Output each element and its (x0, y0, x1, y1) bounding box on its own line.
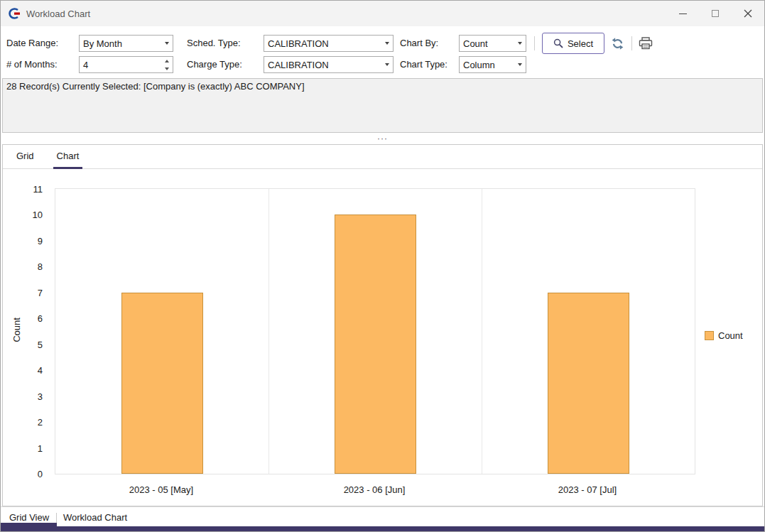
date-range-value: By Month (80, 38, 161, 49)
printer-icon (639, 37, 653, 50)
date-range-label: Date Range: (6, 38, 58, 49)
chart-bar[interactable] (121, 293, 203, 474)
num-months-input[interactable] (80, 57, 161, 72)
y-tick-label: 5 (3, 339, 43, 349)
y-tick-label: 3 (3, 391, 43, 401)
window-controls (666, 1, 764, 26)
select-button-label: Select (568, 38, 593, 49)
toolbar-separator (534, 36, 535, 50)
gridline-vertical (482, 189, 482, 474)
main-panel: Grid Chart Count 11109876543210 2023 - 0… (2, 144, 763, 506)
chevron-up-icon (165, 60, 169, 63)
y-tick-label: 1 (3, 443, 43, 453)
y-tick-label: 0 (3, 469, 43, 479)
view-tabs: Grid Chart (3, 145, 762, 169)
charge-type-value: CALIBRATION (264, 60, 381, 70)
app-icon (8, 8, 21, 19)
y-tick-label: 10 (3, 210, 43, 220)
minimize-button[interactable] (666, 1, 699, 26)
select-button[interactable]: Select (542, 33, 604, 54)
sched-type-label: Sched. Type: (187, 38, 241, 49)
date-range-combobox[interactable]: By Month (79, 35, 173, 52)
maximize-icon (712, 10, 719, 17)
plot-area (55, 188, 695, 474)
splitter-handle[interactable]: ··· (1, 133, 764, 144)
num-months-label: # of Months: (6, 59, 58, 70)
bottom-accent-strip (1, 526, 764, 531)
chart-legend: Count (705, 330, 743, 341)
chart-type-label: Chart Type: (400, 59, 447, 70)
toolbar: Date Range: By Month Sched. Type: CALIBR… (1, 26, 764, 78)
x-category-label: 2023 - 07 [Jul] (481, 484, 694, 495)
charge-type-combobox[interactable]: CALIBRATION (264, 56, 394, 73)
spinner-down-button[interactable] (161, 65, 173, 72)
chart-type-combobox[interactable]: Column (459, 56, 526, 73)
chevron-down-icon[interactable] (514, 63, 526, 66)
y-tick-label: 7 (3, 287, 43, 298)
close-icon (744, 9, 752, 18)
legend-swatch (705, 331, 714, 340)
chart-by-value: Count (460, 38, 514, 49)
chevron-down-icon[interactable] (514, 42, 526, 45)
charge-type-label: Charge Type: (187, 59, 242, 70)
y-tick-label: 11 (3, 184, 43, 195)
chart-by-combobox[interactable]: Count (459, 35, 526, 52)
legend-label: Count (718, 330, 743, 341)
sched-type-value: CALIBRATION (264, 38, 381, 49)
y-tick-label: 9 (3, 235, 43, 246)
chart-type-value: Column (460, 60, 514, 70)
bottom-tab-workload-chart[interactable]: Workload Chart (63, 512, 127, 523)
refresh-button[interactable] (611, 37, 624, 50)
y-axis-ticks: 11109876543210 (3, 189, 48, 474)
minimize-icon (679, 13, 687, 14)
maximize-button[interactable] (699, 1, 732, 26)
refresh-icon (611, 37, 624, 50)
workload-chart-window: Workload Chart Date Range: By Month Sche… (0, 0, 765, 532)
x-axis-labels: 2023 - 05 [May]2023 - 06 [Jun]2023 - 07 … (55, 484, 695, 499)
print-button[interactable] (639, 37, 653, 50)
selection-status-box: 28 Record(s) Currently Selected: [Compan… (2, 78, 763, 133)
close-button[interactable] (732, 1, 764, 26)
chevron-down-icon[interactable] (161, 42, 173, 45)
spinner-arrows (161, 57, 173, 72)
x-category-label: 2023 - 06 [Jun] (268, 484, 481, 495)
y-tick-label: 4 (3, 365, 43, 376)
title-bar: Workload Chart (1, 1, 764, 26)
toolbar-separator (631, 36, 632, 50)
tab-grid[interactable]: Grid (13, 145, 38, 169)
chevron-down-icon[interactable] (381, 42, 393, 45)
chart-bar[interactable] (548, 293, 629, 474)
chevron-down-icon[interactable] (381, 63, 393, 66)
search-icon (553, 38, 563, 48)
bottom-tab-grid-view[interactable]: Grid View (9, 512, 49, 523)
x-category-label: 2023 - 05 [May] (55, 484, 268, 495)
chart-bar[interactable] (335, 215, 416, 474)
y-tick-label: 2 (3, 417, 43, 428)
spinner-up-button[interactable] (161, 57, 173, 65)
chart-by-label: Chart By: (400, 38, 438, 49)
tab-chart[interactable]: Chart (53, 145, 83, 169)
chart-area: Count 11109876543210 2023 - 05 [May]2023… (3, 170, 762, 506)
gridline-vertical (268, 189, 269, 474)
bottom-tab-bar: Grid View Workload Chart (1, 506, 764, 531)
splitter-grip-icon: ··· (377, 136, 388, 141)
sched-type-combobox[interactable]: CALIBRATION (264, 35, 394, 52)
num-months-spinner (79, 56, 173, 73)
window-title: Workload Chart (26, 9, 90, 19)
y-tick-label: 6 (3, 313, 43, 324)
chevron-down-icon (165, 67, 169, 70)
bottom-tab-separator (56, 513, 57, 523)
y-tick-label: 8 (3, 261, 43, 272)
